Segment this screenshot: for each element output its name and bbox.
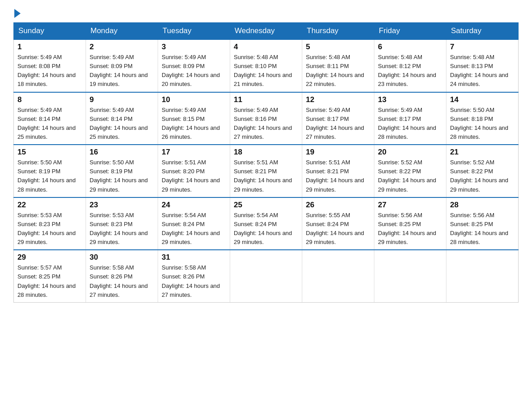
day-number: 5 — [306, 43, 370, 51]
day-info: Sunrise: 5:49 AMSunset: 8:08 PMDaylight:… — [17, 53, 82, 89]
calendar-cell: 22Sunrise: 5:53 AMSunset: 8:23 PMDayligh… — [14, 197, 86, 250]
day-info: Sunrise: 5:53 AMSunset: 8:23 PMDaylight:… — [90, 211, 154, 247]
calendar-cell: 25Sunrise: 5:54 AMSunset: 8:24 PMDayligh… — [230, 197, 302, 250]
day-number: 21 — [450, 148, 515, 157]
calendar-cell: 28Sunrise: 5:56 AMSunset: 8:25 PMDayligh… — [446, 197, 519, 250]
day-info: Sunrise: 5:53 AMSunset: 8:23 PMDaylight:… — [17, 211, 82, 247]
calendar-cell: 24Sunrise: 5:54 AMSunset: 8:24 PMDayligh… — [158, 197, 230, 250]
calendar-cell: 11Sunrise: 5:49 AMSunset: 8:16 PMDayligh… — [230, 92, 302, 145]
day-info: Sunrise: 5:51 AMSunset: 8:20 PMDaylight:… — [162, 158, 226, 194]
calendar-cell — [374, 250, 446, 302]
calendar-week-4: 22Sunrise: 5:53 AMSunset: 8:23 PMDayligh… — [14, 197, 519, 250]
calendar-week-1: 1Sunrise: 5:49 AMSunset: 8:08 PMDaylight… — [14, 39, 519, 92]
calendar-cell: 2Sunrise: 5:49 AMSunset: 8:09 PMDaylight… — [86, 39, 158, 92]
day-number: 28 — [450, 201, 515, 210]
day-number: 16 — [90, 148, 154, 157]
day-header-tuesday: Tuesday — [158, 23, 230, 40]
day-info: Sunrise: 5:49 AMSunset: 8:15 PMDaylight:… — [162, 106, 226, 142]
day-number: 6 — [378, 43, 442, 51]
calendar-cell: 3Sunrise: 5:49 AMSunset: 8:09 PMDaylight… — [158, 39, 230, 92]
day-number: 3 — [162, 43, 226, 51]
day-info: Sunrise: 5:52 AMSunset: 8:22 PMDaylight:… — [450, 158, 515, 194]
day-info: Sunrise: 5:49 AMSunset: 8:14 PMDaylight:… — [17, 106, 82, 142]
calendar-cell: 18Sunrise: 5:51 AMSunset: 8:21 PMDayligh… — [230, 145, 302, 197]
calendar-cell: 26Sunrise: 5:55 AMSunset: 8:24 PMDayligh… — [302, 197, 374, 250]
day-info: Sunrise: 5:56 AMSunset: 8:25 PMDaylight:… — [378, 211, 442, 247]
page-header — [13, 9, 519, 18]
day-number: 27 — [378, 201, 442, 210]
day-header-sunday: Sunday — [14, 23, 86, 40]
day-number: 7 — [450, 43, 515, 51]
day-number: 25 — [234, 201, 298, 210]
day-number: 17 — [162, 148, 226, 157]
calendar-cell: 10Sunrise: 5:49 AMSunset: 8:15 PMDayligh… — [158, 92, 230, 145]
day-info: Sunrise: 5:51 AMSunset: 8:21 PMDaylight:… — [306, 158, 370, 194]
day-info: Sunrise: 5:48 AMSunset: 8:13 PMDaylight:… — [450, 53, 515, 89]
day-number: 22 — [17, 201, 82, 210]
calendar-week-2: 8Sunrise: 5:49 AMSunset: 8:14 PMDaylight… — [14, 92, 519, 145]
calendar-cell: 14Sunrise: 5:50 AMSunset: 8:18 PMDayligh… — [446, 92, 519, 145]
calendar-cell: 13Sunrise: 5:49 AMSunset: 8:17 PMDayligh… — [374, 92, 446, 145]
day-info: Sunrise: 5:50 AMSunset: 8:19 PMDaylight:… — [90, 158, 154, 194]
day-info: Sunrise: 5:49 AMSunset: 8:14 PMDaylight:… — [90, 106, 154, 142]
day-info: Sunrise: 5:49 AMSunset: 8:17 PMDaylight:… — [306, 106, 370, 142]
day-info: Sunrise: 5:48 AMSunset: 8:12 PMDaylight:… — [378, 53, 442, 89]
day-info: Sunrise: 5:50 AMSunset: 8:18 PMDaylight:… — [450, 106, 515, 142]
calendar-cell: 29Sunrise: 5:57 AMSunset: 8:25 PMDayligh… — [14, 250, 86, 302]
day-number: 23 — [90, 201, 154, 210]
calendar-cell: 12Sunrise: 5:49 AMSunset: 8:17 PMDayligh… — [302, 92, 374, 145]
calendar-cell: 27Sunrise: 5:56 AMSunset: 8:25 PMDayligh… — [374, 197, 446, 250]
day-info: Sunrise: 5:55 AMSunset: 8:24 PMDaylight:… — [306, 211, 370, 247]
calendar-cell: 31Sunrise: 5:58 AMSunset: 8:26 PMDayligh… — [158, 250, 230, 302]
day-number: 30 — [90, 253, 154, 262]
calendar-cell: 7Sunrise: 5:48 AMSunset: 8:13 PMDaylight… — [446, 39, 519, 92]
calendar-cell: 20Sunrise: 5:52 AMSunset: 8:22 PMDayligh… — [374, 145, 446, 197]
day-number: 26 — [306, 201, 370, 210]
calendar-cell: 4Sunrise: 5:48 AMSunset: 8:10 PMDaylight… — [230, 39, 302, 92]
day-info: Sunrise: 5:52 AMSunset: 8:22 PMDaylight:… — [378, 158, 442, 194]
day-number: 20 — [378, 148, 442, 157]
day-info: Sunrise: 5:54 AMSunset: 8:24 PMDaylight:… — [234, 211, 298, 247]
calendar-week-3: 15Sunrise: 5:50 AMSunset: 8:19 PMDayligh… — [14, 145, 519, 197]
day-number: 8 — [17, 95, 82, 104]
day-info: Sunrise: 5:54 AMSunset: 8:24 PMDaylight:… — [162, 211, 226, 247]
day-number: 14 — [450, 95, 515, 104]
day-number: 29 — [17, 253, 82, 262]
calendar-cell: 1Sunrise: 5:49 AMSunset: 8:08 PMDaylight… — [14, 39, 86, 92]
day-number: 18 — [234, 148, 298, 157]
day-header-thursday: Thursday — [302, 23, 374, 40]
calendar-cell: 30Sunrise: 5:58 AMSunset: 8:26 PMDayligh… — [86, 250, 158, 302]
day-info: Sunrise: 5:58 AMSunset: 8:26 PMDaylight:… — [90, 263, 154, 300]
day-number: 15 — [17, 148, 82, 157]
day-number: 12 — [306, 95, 370, 104]
day-info: Sunrise: 5:57 AMSunset: 8:25 PMDaylight:… — [17, 263, 82, 300]
calendar-cell: 16Sunrise: 5:50 AMSunset: 8:19 PMDayligh… — [86, 145, 158, 197]
calendar-cell: 19Sunrise: 5:51 AMSunset: 8:21 PMDayligh… — [302, 145, 374, 197]
calendar-cell: 23Sunrise: 5:53 AMSunset: 8:23 PMDayligh… — [86, 197, 158, 250]
calendar-cell: 15Sunrise: 5:50 AMSunset: 8:19 PMDayligh… — [14, 145, 86, 197]
day-number: 19 — [306, 148, 370, 157]
day-number: 4 — [234, 43, 298, 51]
calendar-week-5: 29Sunrise: 5:57 AMSunset: 8:25 PMDayligh… — [14, 250, 519, 302]
day-info: Sunrise: 5:49 AMSunset: 8:09 PMDaylight:… — [162, 53, 226, 89]
day-info: Sunrise: 5:48 AMSunset: 8:11 PMDaylight:… — [306, 53, 370, 89]
logo-arrow-icon — [14, 9, 21, 18]
calendar-cell — [302, 250, 374, 302]
day-header-friday: Friday — [374, 23, 446, 40]
calendar-table: SundayMondayTuesdayWednesdayThursdayFrid… — [13, 22, 519, 303]
day-number: 31 — [162, 253, 226, 262]
day-number: 11 — [234, 95, 298, 104]
day-number: 13 — [378, 95, 442, 104]
day-info: Sunrise: 5:49 AMSunset: 8:16 PMDaylight:… — [234, 106, 298, 142]
calendar-cell: 9Sunrise: 5:49 AMSunset: 8:14 PMDaylight… — [86, 92, 158, 145]
day-info: Sunrise: 5:50 AMSunset: 8:19 PMDaylight:… — [17, 158, 82, 194]
day-header-monday: Monday — [86, 23, 158, 40]
calendar-cell — [446, 250, 519, 302]
day-number: 10 — [162, 95, 226, 104]
calendar-cell — [230, 250, 302, 302]
day-info: Sunrise: 5:49 AMSunset: 8:17 PMDaylight:… — [378, 106, 442, 142]
day-header-wednesday: Wednesday — [230, 23, 302, 40]
calendar-cell: 5Sunrise: 5:48 AMSunset: 8:11 PMDaylight… — [302, 39, 374, 92]
day-info: Sunrise: 5:48 AMSunset: 8:10 PMDaylight:… — [234, 53, 298, 89]
day-number: 2 — [90, 43, 154, 51]
